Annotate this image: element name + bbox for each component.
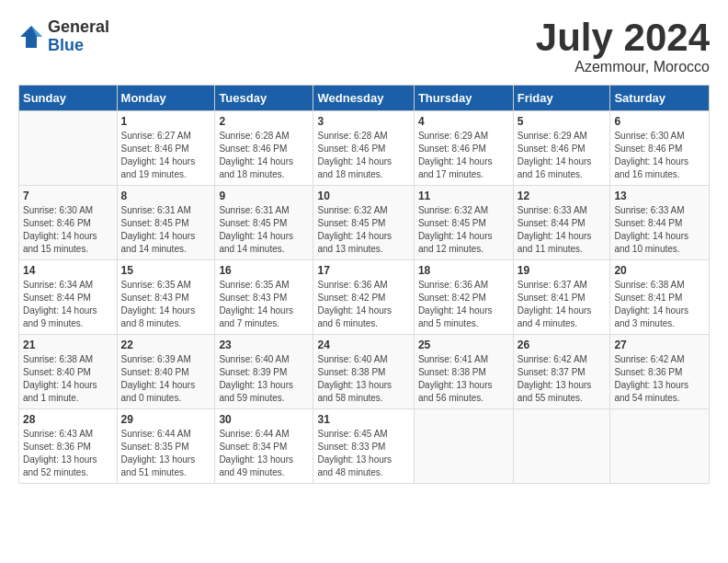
header-day: Thursday: [414, 86, 513, 111]
day-info: Sunrise: 6:38 AM Sunset: 8:40 PM Dayligh…: [23, 353, 113, 405]
logo: General Blue: [18, 18, 109, 55]
calendar-week-row: 1Sunrise: 6:27 AM Sunset: 8:46 PM Daylig…: [19, 111, 710, 186]
day-number: 16: [219, 264, 309, 277]
calendar-cell: 16Sunrise: 6:35 AM Sunset: 8:43 PM Dayli…: [215, 260, 313, 335]
day-info: Sunrise: 6:32 AM Sunset: 8:45 PM Dayligh…: [418, 204, 509, 256]
day-number: 26: [518, 339, 607, 351]
day-number: 7: [23, 190, 113, 202]
calendar-cell: [414, 409, 513, 484]
day-info: Sunrise: 6:38 AM Sunset: 8:41 PM Dayligh…: [614, 279, 705, 330]
calendar-cell: 27Sunrise: 6:42 AM Sunset: 8:36 PM Dayli…: [610, 335, 710, 409]
day-info: Sunrise: 6:40 AM Sunset: 8:38 PM Dayligh…: [317, 353, 409, 405]
calendar-cell: 4Sunrise: 6:29 AM Sunset: 8:46 PM Daylig…: [414, 111, 513, 186]
calendar-cell: [513, 409, 610, 484]
header-row: SundayMondayTuesdayWednesdayThursdayFrid…: [19, 86, 710, 111]
day-info: Sunrise: 6:27 AM Sunset: 8:46 PM Dayligh…: [121, 130, 211, 181]
header-day: Saturday: [610, 86, 710, 111]
day-number: 8: [121, 190, 211, 202]
calendar-cell: 19Sunrise: 6:37 AM Sunset: 8:41 PM Dayli…: [513, 260, 610, 335]
title-block: July 2024 Azemmour, Morocco: [536, 18, 710, 75]
day-number: 23: [219, 339, 309, 351]
day-number: 14: [23, 264, 113, 277]
calendar-cell: 28Sunrise: 6:43 AM Sunset: 8:36 PM Dayli…: [19, 409, 118, 484]
day-info: Sunrise: 6:28 AM Sunset: 8:46 PM Dayligh…: [317, 130, 409, 181]
day-info: Sunrise: 6:29 AM Sunset: 8:46 PM Dayligh…: [418, 130, 509, 181]
day-info: Sunrise: 6:35 AM Sunset: 8:43 PM Dayligh…: [121, 279, 211, 330]
header-day: Sunday: [19, 86, 118, 111]
logo-icon: [18, 24, 44, 50]
day-number: 22: [121, 339, 211, 351]
calendar-cell: 30Sunrise: 6:44 AM Sunset: 8:34 PM Dayli…: [215, 409, 313, 484]
day-number: 27: [614, 339, 705, 351]
day-info: Sunrise: 6:31 AM Sunset: 8:45 PM Dayligh…: [219, 204, 309, 256]
calendar-cell: 13Sunrise: 6:33 AM Sunset: 8:44 PM Dayli…: [610, 186, 710, 260]
day-number: 31: [317, 413, 409, 426]
day-info: Sunrise: 6:30 AM Sunset: 8:46 PM Dayligh…: [614, 130, 705, 181]
day-info: Sunrise: 6:42 AM Sunset: 8:36 PM Dayligh…: [614, 353, 705, 405]
calendar-week-row: 14Sunrise: 6:34 AM Sunset: 8:44 PM Dayli…: [19, 260, 710, 335]
calendar-cell: 14Sunrise: 6:34 AM Sunset: 8:44 PM Dayli…: [19, 260, 118, 335]
header-day: Friday: [513, 86, 610, 111]
day-number: 1: [121, 115, 211, 128]
day-number: 9: [219, 190, 309, 202]
day-number: 21: [23, 339, 113, 351]
header-day: Monday: [117, 86, 215, 111]
day-number: 10: [317, 190, 409, 202]
day-number: 19: [518, 264, 607, 277]
day-number: 3: [317, 115, 409, 128]
calendar-cell: 29Sunrise: 6:44 AM Sunset: 8:35 PM Dayli…: [117, 409, 215, 484]
logo-blue: Blue: [48, 37, 109, 55]
day-info: Sunrise: 6:28 AM Sunset: 8:46 PM Dayligh…: [219, 130, 309, 181]
day-number: 15: [121, 264, 211, 277]
day-number: 24: [317, 339, 409, 351]
day-number: 28: [23, 413, 113, 426]
calendar-cell: 23Sunrise: 6:40 AM Sunset: 8:39 PM Dayli…: [215, 335, 313, 409]
location: Azemmour, Morocco: [536, 59, 710, 75]
day-number: 13: [614, 190, 705, 202]
calendar-cell: 3Sunrise: 6:28 AM Sunset: 8:46 PM Daylig…: [313, 111, 414, 186]
calendar-week-row: 21Sunrise: 6:38 AM Sunset: 8:40 PM Dayli…: [19, 335, 710, 409]
calendar-cell: 26Sunrise: 6:42 AM Sunset: 8:37 PM Dayli…: [513, 335, 610, 409]
day-info: Sunrise: 6:43 AM Sunset: 8:36 PM Dayligh…: [23, 428, 113, 479]
calendar-cell: 11Sunrise: 6:32 AM Sunset: 8:45 PM Dayli…: [414, 186, 513, 260]
day-number: 12: [518, 190, 607, 202]
day-info: Sunrise: 6:44 AM Sunset: 8:34 PM Dayligh…: [219, 428, 309, 479]
day-info: Sunrise: 6:32 AM Sunset: 8:45 PM Dayligh…: [317, 204, 409, 256]
day-info: Sunrise: 6:40 AM Sunset: 8:39 PM Dayligh…: [219, 353, 309, 405]
calendar-cell: 18Sunrise: 6:36 AM Sunset: 8:42 PM Dayli…: [414, 260, 513, 335]
day-info: Sunrise: 6:45 AM Sunset: 8:33 PM Dayligh…: [317, 428, 409, 479]
header-day: Tuesday: [215, 86, 313, 111]
day-info: Sunrise: 6:31 AM Sunset: 8:45 PM Dayligh…: [121, 204, 211, 256]
month-title: July 2024: [536, 18, 710, 57]
calendar-cell: 5Sunrise: 6:29 AM Sunset: 8:46 PM Daylig…: [513, 111, 610, 186]
calendar-week-row: 28Sunrise: 6:43 AM Sunset: 8:36 PM Dayli…: [19, 409, 710, 484]
logo-general: General: [48, 18, 109, 37]
day-info: Sunrise: 6:29 AM Sunset: 8:46 PM Dayligh…: [518, 130, 607, 181]
calendar-cell: 24Sunrise: 6:40 AM Sunset: 8:38 PM Dayli…: [313, 335, 414, 409]
day-info: Sunrise: 6:37 AM Sunset: 8:41 PM Dayligh…: [518, 279, 607, 330]
day-info: Sunrise: 6:33 AM Sunset: 8:44 PM Dayligh…: [614, 204, 705, 256]
calendar-cell: [610, 409, 710, 484]
header-day: Wednesday: [313, 86, 414, 111]
calendar-cell: 2Sunrise: 6:28 AM Sunset: 8:46 PM Daylig…: [215, 111, 313, 186]
day-number: 20: [614, 264, 705, 277]
calendar-cell: 7Sunrise: 6:30 AM Sunset: 8:46 PM Daylig…: [19, 186, 118, 260]
calendar-cell: 21Sunrise: 6:38 AM Sunset: 8:40 PM Dayli…: [19, 335, 118, 409]
calendar-cell: 12Sunrise: 6:33 AM Sunset: 8:44 PM Dayli…: [513, 186, 610, 260]
day-number: 29: [121, 413, 211, 426]
calendar-cell: 10Sunrise: 6:32 AM Sunset: 8:45 PM Dayli…: [313, 186, 414, 260]
calendar-cell: [19, 111, 118, 186]
day-info: Sunrise: 6:44 AM Sunset: 8:35 PM Dayligh…: [121, 428, 211, 479]
calendar-cell: 22Sunrise: 6:39 AM Sunset: 8:40 PM Dayli…: [117, 335, 215, 409]
day-info: Sunrise: 6:30 AM Sunset: 8:46 PM Dayligh…: [23, 204, 113, 256]
day-info: Sunrise: 6:34 AM Sunset: 8:44 PM Dayligh…: [23, 279, 113, 330]
logo-text: General Blue: [48, 18, 109, 55]
calendar-cell: 8Sunrise: 6:31 AM Sunset: 8:45 PM Daylig…: [117, 186, 215, 260]
page-header: General Blue July 2024 Azemmour, Morocco: [18, 18, 710, 75]
day-info: Sunrise: 6:39 AM Sunset: 8:40 PM Dayligh…: [121, 353, 211, 405]
calendar-cell: 25Sunrise: 6:41 AM Sunset: 8:38 PM Dayli…: [414, 335, 513, 409]
day-number: 2: [219, 115, 309, 128]
calendar-cell: 31Sunrise: 6:45 AM Sunset: 8:33 PM Dayli…: [313, 409, 414, 484]
calendar-cell: 15Sunrise: 6:35 AM Sunset: 8:43 PM Dayli…: [117, 260, 215, 335]
calendar-cell: 20Sunrise: 6:38 AM Sunset: 8:41 PM Dayli…: [610, 260, 710, 335]
